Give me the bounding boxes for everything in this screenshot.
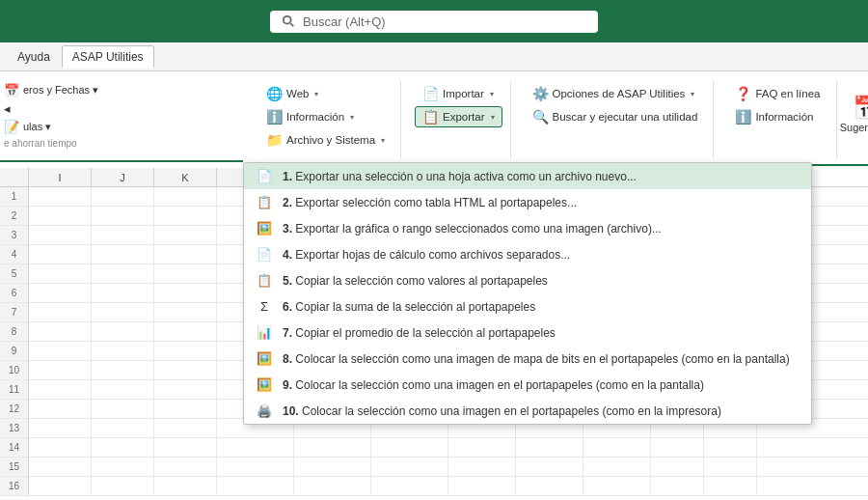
menu-asap[interactable]: ASAP Utilities: [62, 45, 154, 69]
ribbon-btn-archivo[interactable]: 📁 Archivo y Sistema ▾: [258, 129, 393, 151]
cell-r16-c3[interactable]: [217, 477, 294, 495]
cell-r10-c0[interactable]: [29, 361, 92, 379]
dropdown-item-4[interactable]: 📄4. Exportar hojas de cálculo como archi…: [244, 241, 811, 267]
cell-r9-c2[interactable]: [154, 342, 217, 360]
cell-r16-c0[interactable]: [29, 477, 92, 495]
sheet-row-14[interactable]: 14: [0, 438, 868, 458]
cell-r9-c0[interactable]: [29, 342, 92, 360]
cell-r1-c1[interactable]: [92, 187, 154, 206]
cell-r11-c0[interactable]: [29, 380, 92, 399]
cell-r13-c0[interactable]: [29, 419, 92, 437]
cell-r4-c1[interactable]: [92, 245, 154, 264]
cell-r12-c0[interactable]: [29, 400, 92, 418]
cell-r10-c2[interactable]: [154, 361, 217, 379]
cell-r15-c1[interactable]: [92, 458, 154, 476]
cell-r14-c3[interactable]: [217, 438, 294, 457]
dropdown-item-10[interactable]: 🖨️10. Colocar la selección como una imag…: [244, 398, 811, 424]
dropdown-item-7[interactable]: 📊7. Copiar el promedio de la selección a…: [244, 319, 811, 346]
dropdown-item-1[interactable]: 📄1. Exportar una selección o una hoja ac…: [244, 163, 811, 189]
cell-r9-c1[interactable]: [92, 342, 154, 360]
cell-r14-c8[interactable]: [583, 438, 651, 457]
cell-r14-c0[interactable]: [29, 438, 92, 457]
cell-r4-c0[interactable]: [29, 245, 92, 264]
ribbon-btn-faq[interactable]: ❓ FAQ en línea: [727, 83, 827, 104]
cell-r16-c10[interactable]: [704, 477, 757, 495]
cell-r2-c0[interactable]: [29, 207, 92, 225]
cell-r15-c3[interactable]: [217, 458, 294, 476]
cell-r11-c1[interactable]: [92, 380, 154, 399]
cell-r2-c1[interactable]: [92, 207, 154, 225]
cell-r6-c0[interactable]: [29, 284, 92, 302]
cell-r8-c1[interactable]: [92, 322, 154, 341]
ribbon-btn-sugerencia[interactable]: 📅 Sugerencia: [843, 81, 869, 149]
cell-r15-c4[interactable]: [294, 458, 371, 476]
cell-r8-c2[interactable]: [154, 322, 217, 341]
cell-r15-c10[interactable]: [704, 458, 757, 476]
cell-r14-c2[interactable]: [154, 438, 217, 457]
ribbon-btn-opciones[interactable]: ⚙️ Opciones de ASAP Utilities ▾: [525, 83, 703, 104]
cell-r1-c2[interactable]: [154, 187, 217, 206]
ribbon-btn-exportar[interactable]: 📋 Exportar ▾: [415, 106, 502, 127]
ribbon-btn-importar[interactable]: 📄 Importar ▾: [415, 83, 502, 104]
cell-r10-c1[interactable]: [92, 361, 154, 379]
cell-r16-c1[interactable]: [92, 477, 154, 495]
sheet-row-15[interactable]: 15: [0, 458, 868, 477]
sheet-row-16[interactable]: 16: [0, 477, 868, 496]
cell-r15-c6[interactable]: [448, 458, 516, 476]
cell-r16-c4[interactable]: [294, 477, 371, 495]
cell-r16-c7[interactable]: [516, 477, 583, 495]
cell-r6-c2[interactable]: [154, 284, 217, 302]
ribbon-btn-info2[interactable]: ℹ️ Información: [727, 106, 821, 127]
cell-r14-c9[interactable]: [651, 438, 704, 457]
cell-r1-c0[interactable]: [29, 187, 92, 206]
cell-r14-c7[interactable]: [516, 438, 583, 457]
cell-r15-c0[interactable]: [29, 458, 92, 476]
cell-r5-c2[interactable]: [154, 264, 217, 283]
cell-r2-c2[interactable]: [154, 207, 217, 225]
cell-r6-c1[interactable]: [92, 284, 154, 302]
cell-r16-c5[interactable]: [371, 477, 448, 495]
cell-r15-c8[interactable]: [583, 458, 651, 476]
cell-r7-c0[interactable]: [29, 303, 92, 321]
cell-r7-c1[interactable]: [92, 303, 154, 321]
cell-r16-c2[interactable]: [154, 477, 217, 495]
search-box[interactable]: Buscar (Alt+Q): [270, 11, 598, 33]
dropdown-item-2[interactable]: 📋2. Exportar selección como tabla HTML a…: [244, 189, 811, 215]
dropdown-item-9[interactable]: 🖼️9. Colocar la selección como una image…: [244, 372, 811, 398]
cell-r14-c4[interactable]: [294, 438, 371, 457]
cell-r14-c1[interactable]: [92, 438, 154, 457]
cell-r12-c1[interactable]: [92, 400, 154, 418]
menu-ayuda[interactable]: Ayuda: [8, 46, 60, 68]
dropdown-item-3[interactable]: 🖼️3. Exportar la gráfica o rango selecci…: [244, 215, 811, 241]
ribbon-btn-informacion[interactable]: ℹ️ Información ▾: [258, 106, 362, 127]
dropdown-item-8[interactable]: 🖼️8. Colocar la selección como una image…: [244, 346, 811, 372]
cell-r15-c9[interactable]: [651, 458, 704, 476]
cell-r16-c8[interactable]: [583, 477, 651, 495]
ribbon-btn-buscar[interactable]: 🔍 Buscar y ejecutar una utilidad: [525, 106, 706, 127]
cell-r15-c2[interactable]: [154, 458, 217, 476]
cell-r8-c0[interactable]: [29, 322, 92, 341]
cell-r12-c2[interactable]: [154, 400, 217, 418]
cell-r11-c2[interactable]: [154, 380, 217, 399]
left-ribbon-row3[interactable]: ulas ▾: [23, 121, 51, 133]
cell-r14-c6[interactable]: [448, 438, 516, 457]
cell-r16-c6[interactable]: [448, 477, 516, 495]
cell-r15-c7[interactable]: [516, 458, 583, 476]
cell-r3-c2[interactable]: [154, 226, 217, 244]
cell-r13-c1[interactable]: [92, 419, 154, 437]
dropdown-item-5[interactable]: 📋5. Copiar la selección como valores al …: [244, 267, 811, 293]
cell-r3-c1[interactable]: [92, 226, 154, 244]
cell-r4-c2[interactable]: [154, 245, 217, 264]
cell-r7-c2[interactable]: [154, 303, 217, 321]
cell-r15-c5[interactable]: [371, 458, 448, 476]
cell-r13-c2[interactable]: [154, 419, 217, 437]
dropdown-item-6[interactable]: Σ6. Copiar la suma de la selección al po…: [244, 293, 811, 319]
cell-r5-c0[interactable]: [29, 264, 92, 283]
cell-r16-c9[interactable]: [651, 477, 704, 495]
cell-r14-c5[interactable]: [371, 438, 448, 457]
cell-r14-c10[interactable]: [704, 438, 757, 457]
cell-r5-c1[interactable]: [92, 264, 154, 283]
left-ribbon-row1[interactable]: eros y Fechas ▾: [23, 84, 98, 97]
cell-r3-c0[interactable]: [29, 226, 92, 244]
ribbon-btn-web[interactable]: 🌐 Web ▾: [258, 83, 326, 104]
